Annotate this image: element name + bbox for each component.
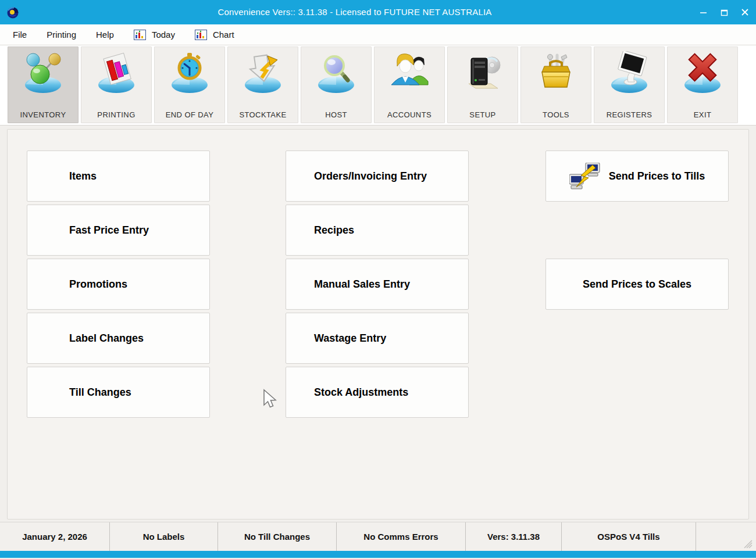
resize-grip-icon[interactable]	[742, 538, 753, 549]
toolbar-button-printing[interactable]: PRINTING	[81, 46, 152, 123]
items-button[interactable]: Items	[27, 150, 210, 202]
toolbar: INVENTORY PRINTING	[0, 45, 756, 126]
toolbar-button-registers[interactable]: REGISTERS	[594, 46, 665, 123]
magnifier-icon	[314, 51, 358, 95]
toolbar-label: SETUP	[469, 110, 495, 119]
menu-file-label: File	[13, 30, 27, 40]
toolbar-label: INVENTORY	[20, 110, 66, 119]
recipes-button[interactable]: Recipes	[286, 205, 469, 256]
toolbar-label: TOOLS	[543, 110, 569, 119]
toolbar-button-host[interactable]: HOST	[301, 46, 372, 123]
status-labels: No Labels	[109, 522, 217, 551]
minimize-icon	[700, 9, 707, 16]
statusbar: January 2, 2026 No Labels No Till Change…	[0, 522, 756, 551]
status-date: January 2, 2026	[0, 522, 109, 551]
toolbar-label: REGISTERS	[607, 110, 652, 119]
toolbox-icon	[534, 51, 578, 95]
close-icon	[741, 8, 749, 16]
status-tills-type: OSPoS V4 Tills	[561, 522, 696, 551]
promotions-button[interactable]: Promotions	[27, 259, 210, 310]
maximize-icon	[721, 9, 728, 16]
computer-tower-icon	[461, 51, 505, 95]
mini-chart-icon	[195, 30, 207, 40]
button-label: Promotions	[69, 278, 127, 291]
menu-printing[interactable]: Printing	[47, 30, 76, 40]
button-label: Label Changes	[69, 332, 144, 345]
button-label: Stock Adjustments	[314, 386, 408, 399]
wastage-entry-button[interactable]: Wastage Entry	[286, 313, 469, 364]
stock-arrow-icon	[241, 51, 285, 95]
button-label: Wastage Entry	[314, 332, 386, 345]
menu-chart-label: Chart	[213, 30, 234, 40]
send-prices-to-tills-button[interactable]: Send Prices to Tills	[545, 150, 729, 202]
window-bottom-border	[0, 551, 756, 558]
button-label: Send Prices to Tills	[609, 170, 705, 182]
pos-terminal-icon	[607, 51, 651, 95]
toolbar-button-accounts[interactable]: ACCOUNTS	[374, 46, 445, 123]
menu-today-label: Today	[152, 30, 175, 40]
main-panel: Items Fast Price Entry Promotions Label …	[7, 129, 749, 519]
close-button[interactable]	[739, 6, 751, 19]
till-changes-button[interactable]: Till Changes	[27, 367, 210, 418]
toolbar-button-inventory[interactable]: INVENTORY	[8, 46, 79, 123]
toolbar-button-tools[interactable]: TOOLS	[520, 46, 591, 123]
menu-file[interactable]: File	[13, 30, 27, 40]
maximize-button[interactable]	[718, 6, 730, 19]
toolbar-label: HOST	[325, 110, 347, 119]
button-label: Manual Sales Entry	[314, 278, 410, 291]
network-computers-icon	[569, 163, 601, 189]
toolbar-button-stocktake[interactable]: STOCKTAKE	[227, 46, 298, 123]
menubar: File Printing Help Today Chart	[0, 24, 756, 45]
toolbar-button-exit[interactable]: EXIT	[667, 46, 738, 123]
titlebar: Convenience Vers:: 3.11.38 - Licensed to…	[0, 0, 756, 24]
label-changes-button[interactable]: Label Changes	[27, 313, 210, 364]
menu-chart[interactable]: Chart	[195, 30, 234, 40]
app-window: Convenience Vers:: 3.11.38 - Licensed to…	[0, 0, 756, 559]
button-label: Items	[69, 170, 97, 182]
button-label: Send Prices to Scales	[583, 278, 691, 291]
button-label: Orders/Invoicing Entry	[314, 170, 427, 182]
toolbar-button-setup[interactable]: SETUP	[447, 46, 518, 123]
toolbar-label: END OF DAY	[166, 110, 214, 119]
minimize-button[interactable]	[697, 6, 709, 19]
exit-cross-icon	[680, 51, 725, 95]
status-version: Vers: 3.11.38	[465, 522, 561, 551]
toolbar-label: PRINTING	[97, 110, 135, 119]
mouse-cursor	[262, 389, 277, 410]
stopwatch-icon	[167, 51, 212, 95]
status-spacer	[696, 522, 756, 551]
menu-today[interactable]: Today	[134, 30, 175, 40]
toolbar-label: EXIT	[694, 110, 712, 119]
button-label: Till Changes	[69, 386, 131, 399]
mini-chart-icon	[134, 30, 146, 40]
button-label: Fast Price Entry	[69, 224, 149, 236]
button-label: Recipes	[314, 224, 354, 236]
molecule-icon	[21, 51, 65, 95]
toolbar-label: STOCKTAKE	[239, 110, 286, 119]
chart-page-icon	[94, 51, 138, 95]
status-comms-errors: No Comms Errors	[336, 522, 465, 551]
status-till-changes: No Till Changes	[217, 522, 336, 551]
menu-help[interactable]: Help	[96, 30, 114, 40]
orders-invoicing-entry-button[interactable]: Orders/Invoicing Entry	[286, 150, 469, 202]
users-icon	[387, 51, 432, 95]
window-title: Convenience Vers:: 3.11.38 - Licensed to…	[0, 0, 709, 24]
menu-printing-label: Printing	[47, 30, 76, 40]
menu-help-label: Help	[96, 30, 114, 40]
send-prices-to-scales-button[interactable]: Send Prices to Scales	[545, 259, 729, 310]
stock-adjustments-button[interactable]: Stock Adjustments	[286, 367, 469, 418]
fast-price-entry-button[interactable]: Fast Price Entry	[27, 205, 210, 256]
toolbar-button-end-of-day[interactable]: END OF DAY	[154, 46, 225, 123]
manual-sales-entry-button[interactable]: Manual Sales Entry	[286, 259, 469, 310]
toolbar-label: ACCOUNTS	[387, 110, 432, 119]
